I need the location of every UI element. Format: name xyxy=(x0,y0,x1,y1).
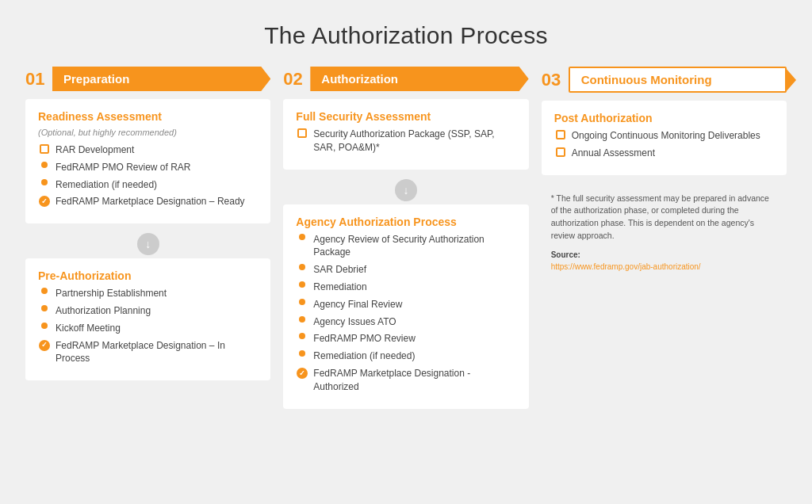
columns-row: 01 Preparation Readiness Assessment (Opt… xyxy=(25,67,787,415)
bullet-dot-icon xyxy=(296,333,308,339)
full-security-card: Full Security Assessment Security Author… xyxy=(283,99,528,170)
pre-authorization-card: Pre-Authorization Partnership Establishm… xyxy=(25,258,270,380)
down-arrow-circle-icon: ↓ xyxy=(395,179,417,201)
list-item: ✓ FedRAMP Marketplace Designation – In P… xyxy=(38,339,258,366)
item-text: FedRAMP Marketplace Designation – In Pro… xyxy=(56,339,258,366)
item-text: Authorization Planning xyxy=(56,304,151,318)
item-text: Partnership Establishment xyxy=(56,287,167,300)
phase-header-3: 03 Continuous Monitoring xyxy=(542,67,787,93)
item-text: FedRAMP PMO Review xyxy=(313,332,415,346)
list-item: Agency Issues ATO xyxy=(296,315,515,329)
pre-authorization-title: Pre-Authorization xyxy=(38,269,258,282)
list-item: Agency Final Review xyxy=(296,298,515,311)
item-text: Agency Issues ATO xyxy=(313,315,396,329)
phase-number-1: 01 xyxy=(25,69,48,90)
phase-banner-1: Preparation xyxy=(52,67,270,91)
column-authorization: 02 Authorization Full Security Assessmen… xyxy=(283,67,528,415)
phase-header-1: 01 Preparation xyxy=(25,67,270,91)
phase-banner-2: Authorization xyxy=(310,67,528,91)
source-link[interactable]: https://www.fedramp.gov/jab-authorizatio… xyxy=(551,262,701,271)
post-authorization-title: Post Authorization xyxy=(554,112,774,124)
list-item: FedRAMP PMO Review xyxy=(296,332,515,346)
item-text: Agency Final Review xyxy=(313,298,402,311)
down-arrow-circle-icon: ↓ xyxy=(137,233,159,255)
down-arrow-2: ↓ xyxy=(283,176,528,204)
readiness-assessment-title: Readiness Assessment xyxy=(38,110,258,123)
bullet-dot-icon xyxy=(296,281,308,288)
list-item: Partnership Establishment xyxy=(38,287,258,300)
item-text: RAR Development xyxy=(56,143,134,157)
list-item: ✓ FedRAMP Marketplace Designation - Auth… xyxy=(296,367,515,394)
list-item: SAR Debrief xyxy=(296,263,515,277)
item-text: FedRAMP PMO Review of RAR xyxy=(56,161,191,174)
list-item: Remediation (if needed) xyxy=(38,178,258,192)
item-text: Remediation (if needed) xyxy=(313,349,415,363)
list-item: Agency Review of Security Authorization … xyxy=(296,233,515,260)
bullet-dot-icon xyxy=(38,305,51,311)
list-item: Authorization Planning xyxy=(38,304,258,318)
list-item: Ongoing Continuous Monitoring Deliverabl… xyxy=(554,129,774,143)
bullet-dot-icon xyxy=(296,264,308,270)
source-label: Source: xyxy=(551,250,580,259)
item-text: Kickoff Meeting xyxy=(56,322,121,335)
list-item: Annual Assessment xyxy=(554,147,774,160)
main-container: The Authorization Process 01 Preparation… xyxy=(0,0,812,504)
agency-authorization-title: Agency Authorization Process xyxy=(296,216,515,228)
post-authorization-card: Post Authorization Ongoing Continuous Mo… xyxy=(542,101,787,175)
agency-authorization-card: Agency Authorization Process Agency Revi… xyxy=(283,204,528,409)
list-item: Remediation (if needed) xyxy=(296,349,515,363)
item-text: Ongoing Continuous Monitoring Deliverabl… xyxy=(572,129,760,143)
phase-number-3: 03 xyxy=(542,70,564,90)
bullet-box-icon xyxy=(296,128,308,138)
bullet-dot-icon xyxy=(296,299,308,305)
list-item: FedRAMP PMO Review of RAR xyxy=(38,161,258,174)
bullet-dot-icon xyxy=(38,179,51,185)
bullet-box-icon xyxy=(554,147,567,157)
note-text: * The full security assessment may be pr… xyxy=(551,193,769,240)
item-text: Annual Assessment xyxy=(572,147,655,160)
item-text: SAR Debrief xyxy=(313,263,366,277)
bullet-dot-icon xyxy=(38,162,51,168)
page-title: The Authorization Process xyxy=(25,22,787,49)
phase-banner-3: Continuous Monitoring xyxy=(569,67,787,93)
list-item: RAR Development xyxy=(38,143,258,157)
column-preparation: 01 Preparation Readiness Assessment (Opt… xyxy=(25,67,270,387)
list-item: Security Authorization Package (SSP, SAP… xyxy=(296,128,515,155)
readiness-assessment-subtitle: (Optional, but highly recommended) xyxy=(38,128,258,137)
readiness-assessment-card: Readiness Assessment (Optional, but high… xyxy=(25,99,270,223)
list-item: ✓ FedRAMP Marketplace Designation – Read… xyxy=(38,195,258,208)
bullet-dot-icon xyxy=(38,288,51,294)
item-text: Agency Review of Security Authorization … xyxy=(313,233,515,260)
note-box: * The full security assessment may be pr… xyxy=(542,185,787,281)
bullet-dot-icon xyxy=(296,234,308,240)
source: Source: https://www.fedramp.gov/jab-auth… xyxy=(551,249,777,273)
phase-number-2: 02 xyxy=(283,69,305,90)
column-monitoring: 03 Continuous Monitoring Post Authorizat… xyxy=(542,67,787,281)
phase-header-2: 02 Authorization xyxy=(283,67,528,91)
bullet-dot-icon xyxy=(296,350,308,357)
item-text: FedRAMP Marketplace Designation – Ready xyxy=(56,195,245,208)
bullet-dot-icon xyxy=(38,323,51,329)
list-item: Remediation xyxy=(296,281,515,294)
item-text: Remediation xyxy=(313,281,366,294)
bullet-check-icon: ✓ xyxy=(38,196,51,207)
item-text: Remediation (if needed) xyxy=(56,178,157,192)
list-item: Kickoff Meeting xyxy=(38,322,258,335)
bullet-check-icon: ✓ xyxy=(296,368,308,379)
bullet-check-icon: ✓ xyxy=(38,340,51,351)
item-text: Security Authorization Package (SSP, SAP… xyxy=(313,128,515,155)
item-text: FedRAMP Marketplace Designation - Author… xyxy=(313,367,515,394)
bullet-box-icon xyxy=(554,130,567,139)
full-security-title: Full Security Assessment xyxy=(296,110,515,123)
bullet-dot-icon xyxy=(296,316,308,323)
down-arrow-1: ↓ xyxy=(25,230,270,258)
bullet-box-icon xyxy=(38,144,51,154)
